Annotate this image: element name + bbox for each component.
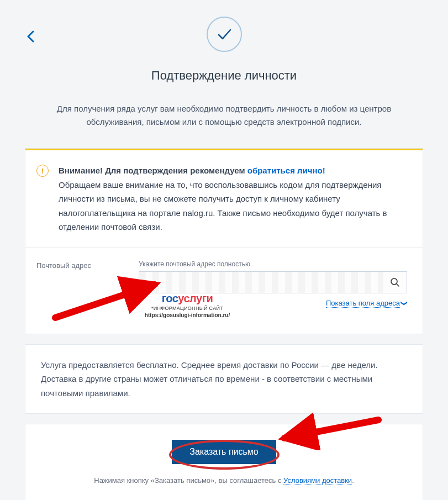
address-label: Почтовый адрес xyxy=(36,260,139,307)
show-address-fields-link[interactable]: Показать поля адреса xyxy=(326,299,400,308)
terms-link[interactable]: Условиями доставки xyxy=(283,476,352,485)
submit-card: Заказать письмо Нажимая кнопку «Заказать… xyxy=(25,424,423,500)
svg-line-1 xyxy=(397,283,399,286)
delivery-info: Услуга предоставляется бесплатно. Средне… xyxy=(25,344,423,414)
checkmark-icon xyxy=(207,17,242,52)
contact-personal-link[interactable]: обратиться лично! xyxy=(247,166,325,175)
address-hint: Укажите почтовый адрес полностью xyxy=(139,260,407,268)
page-subtitle: Для получения ряда услуг вам необходимо … xyxy=(48,102,401,129)
address-input[interactable] xyxy=(139,271,407,293)
chevron-down-icon: ❯ xyxy=(400,301,408,306)
back-button[interactable] xyxy=(27,30,34,46)
warning-icon: ! xyxy=(36,165,49,177)
order-letter-button[interactable]: Заказать письмо xyxy=(172,440,276,464)
warning-text: Внимание! Для подтверждения рекомендуем … xyxy=(59,164,407,234)
page-title: Подтверждение личности xyxy=(25,69,423,83)
search-icon[interactable] xyxy=(383,272,407,293)
watermark: госуслуги *ИНФОРМАЦИОННЫЙ САЙТ https://g… xyxy=(132,292,243,318)
warning-card: ! Внимание! Для подтверждения рекомендуе… xyxy=(25,148,423,334)
terms-text: Нажимая кнопку «Заказать письмо», вы сог… xyxy=(41,476,407,485)
